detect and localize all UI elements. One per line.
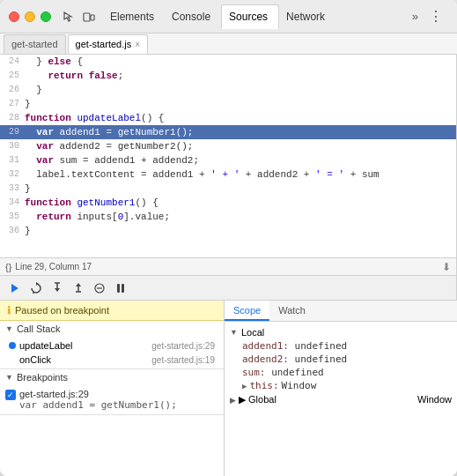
code-line-30: 30 var addend2 = getNumber2(); (0, 139, 456, 153)
step-out-button[interactable] (69, 279, 88, 297)
tab-sources[interactable]: Sources (221, 4, 279, 29)
scope-tabs: Scope Watch (225, 301, 457, 322)
scope-item-sum: sum: undefined (225, 366, 457, 379)
call-stack-label: Call Stack (17, 324, 61, 334)
svg-rect-2 (91, 15, 94, 20)
scope-item-addend2: addend2: undefined (225, 353, 457, 366)
minimize-button[interactable] (25, 11, 35, 22)
device-icon[interactable] (80, 8, 98, 26)
call-stack-name-0: updateLabel (19, 340, 73, 351)
step-into-button[interactable] (48, 279, 67, 297)
braces-icon: {} (5, 262, 11, 272)
menu-button[interactable]: ⋮ (424, 6, 448, 26)
breakpoints-content: get-started.js:29 var addend1 = getNumbe… (0, 385, 224, 414)
breakpoint-code: var addend1 = getNumber1(); (19, 399, 177, 411)
global-label: ▶ Global (239, 394, 276, 405)
call-stack-item-0[interactable]: updateLabel get-started.js:29 (7, 338, 217, 353)
status-bar: {} Line 29, Column 17 ⬇ (0, 257, 456, 275)
close-button[interactable] (9, 11, 19, 22)
this-arrow: ▶ (242, 382, 247, 390)
svg-rect-14 (117, 284, 120, 293)
svg-rect-15 (122, 284, 124, 293)
svg-marker-3 (11, 284, 18, 293)
scope-item-addend1: addend1: undefined (225, 339, 457, 353)
breakpoints-header[interactable]: ▼ Breakpoints (0, 369, 224, 385)
inspect-icon[interactable] (60, 8, 77, 26)
global-val: Window (417, 394, 452, 405)
call-stack-file-0: get-started.js:29 (151, 341, 215, 351)
breakpoint-checkbox[interactable] (5, 390, 16, 400)
global-arrow: ▶ (230, 396, 236, 405)
pause-button[interactable] (111, 279, 130, 297)
breakpoints-arrow: ▼ (5, 373, 13, 382)
local-label: Local (241, 327, 264, 338)
call-stack-content: updateLabel get-started.js:29 onClick ge… (0, 337, 224, 368)
breakpoint-item-0: get-started.js:29 var addend1 = getNumbe… (5, 389, 218, 411)
right-panel: Scope Watch ▼ Local addend1: undefined a… (225, 301, 457, 476)
call-stack-section: ▼ Call Stack updateLabel get-started.js:… (0, 321, 224, 369)
code-line-25: 25 return false; (0, 69, 456, 83)
scroll-icon: ⬇ (442, 261, 451, 273)
local-arrow: ▼ (230, 328, 238, 337)
main-content: 24 } else { 25 return false; 26 } 27 } 2 (0, 55, 457, 300)
code-line-26: 26 } (0, 83, 456, 97)
code-line-34: 34 function getNumber1() { (0, 196, 456, 210)
code-line-36: 36 } (0, 224, 456, 238)
code-editor[interactable]: 24 } else { 25 return false; 26 } 27 } 2 (0, 55, 456, 257)
maximize-button[interactable] (41, 11, 51, 22)
breakpoints-section: ▼ Breakpoints get-started.js:29 var adde… (0, 369, 224, 415)
tab-network[interactable]: Network (279, 4, 335, 29)
devtools-window: Elements Console Sources Network » ⋮ get… (0, 0, 457, 476)
global-row[interactable]: ▶ ▶ Global Window (225, 392, 457, 407)
traffic-lights (9, 11, 51, 22)
code-line-28: 28 function updateLabel() { (0, 111, 456, 125)
svg-rect-1 (84, 13, 90, 21)
breakpoints-label: Breakpoints (17, 372, 68, 383)
pause-banner: ℹ Paused on breakpoint (0, 301, 224, 321)
tab-watch[interactable]: Watch (269, 301, 314, 321)
title-bar: Elements Console Sources Network » ⋮ (0, 0, 457, 33)
call-stack-name-1: onClick (19, 354, 51, 365)
bottom-area: ℹ Paused on breakpoint ▼ Call Stack upda… (0, 300, 457, 476)
code-line-24: 24 } else { (0, 55, 456, 69)
svg-marker-10 (76, 283, 81, 286)
scope-item-this[interactable]: ▶ this: Window (225, 379, 457, 392)
svg-marker-0 (64, 12, 71, 21)
cursor-position: Line 29, Column 17 (15, 262, 92, 271)
source-tab-get-started[interactable]: get-started (4, 34, 66, 54)
call-stack-item-1[interactable]: onClick get-started.js:19 (7, 353, 217, 367)
close-tab-icon[interactable]: × (135, 40, 140, 49)
code-panel: 24 } else { 25 return false; 26 } 27 } 2 (0, 55, 457, 300)
code-line-33: 33 } (0, 182, 456, 196)
left-panel: ℹ Paused on breakpoint ▼ Call Stack upda… (0, 301, 225, 476)
code-line-29: 29 var addend1 = getNumber1(); (0, 125, 456, 139)
stack-dot-icon (9, 342, 16, 349)
code-line-35: 35 return inputs[0].value; (0, 210, 456, 224)
info-icon: ℹ (7, 304, 11, 316)
call-stack-header[interactable]: ▼ Call Stack (0, 321, 224, 337)
code-line-32: 32 label.textContent = addend1 + ' + ' +… (0, 167, 456, 182)
scope-content[interactable]: ▼ Local addend1: undefined addend2: unde… (225, 322, 457, 476)
debugger-toolbar (0, 275, 456, 300)
svg-marker-7 (55, 288, 60, 292)
call-stack-file-1: get-started.js:19 (151, 355, 215, 365)
tab-scope[interactable]: Scope (225, 301, 269, 321)
code-line-31: 31 var sum = addend1 + addend2; (0, 153, 456, 167)
resume-button[interactable] (5, 279, 25, 297)
pause-text: Paused on breakpoint (15, 305, 109, 316)
local-section-header[interactable]: ▼ Local (225, 325, 457, 339)
code-line-27: 27 } (0, 97, 456, 111)
breakpoint-file: get-started.js:29 (19, 389, 177, 399)
devtools-icon-area (60, 8, 98, 26)
source-tab-get-started-js[interactable]: get-started.js × (68, 34, 148, 54)
deactivate-button[interactable] (90, 279, 109, 297)
tab-console[interactable]: Console (165, 4, 221, 29)
tab-elements[interactable]: Elements (103, 4, 165, 29)
more-tabs-button[interactable]: » (409, 8, 422, 25)
call-stack-arrow: ▼ (5, 324, 13, 333)
source-tabs: get-started get-started.js × (0, 33, 457, 55)
step-over-button[interactable] (26, 279, 46, 297)
